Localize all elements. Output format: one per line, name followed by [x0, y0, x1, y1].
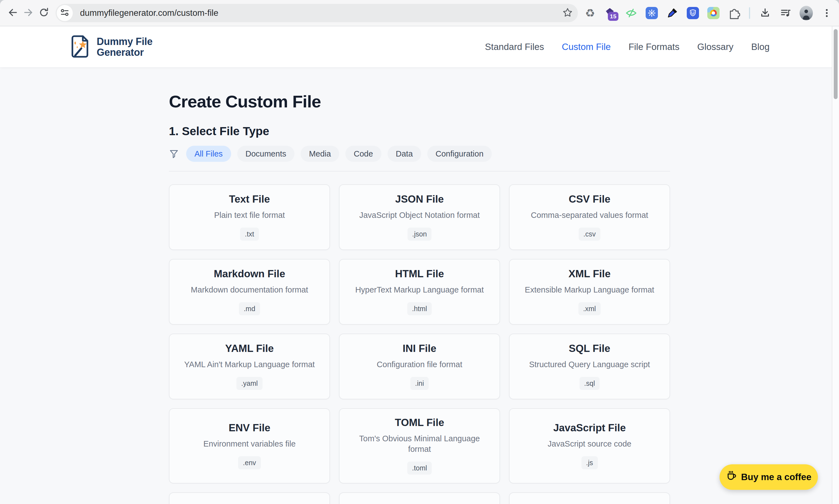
card-description: JavaScript Object Notation format	[359, 210, 480, 220]
card-description: JavaScript source code	[548, 438, 631, 449]
avatar	[800, 6, 813, 20]
card-html-file[interactable]: HTML File HyperText Markup Language form…	[339, 259, 500, 325]
nav-standard-files[interactable]: Standard Files	[485, 42, 544, 52]
eyedropper-extension-icon[interactable]	[666, 6, 679, 20]
back-button[interactable]	[5, 5, 20, 21]
card-ini-file[interactable]: INI File Configuration file format .ini	[339, 334, 500, 399]
card-json-file[interactable]: JSON File JavaScript Object Notation for…	[339, 184, 500, 250]
card-extension-badge: .txt	[240, 228, 259, 240]
section-divider	[169, 171, 670, 172]
filter-row: All Files Documents Media Code Data Conf…	[169, 146, 670, 162]
page-scrollbar[interactable]	[832, 26, 839, 504]
card-extension-badge: .csv	[579, 228, 600, 240]
filter-data[interactable]: Data	[388, 146, 421, 162]
card-extension-badge: .json	[408, 228, 432, 240]
card-partial[interactable]	[509, 492, 670, 504]
card-description: Tom's Obvious Minimal Language format	[349, 433, 490, 454]
card-toml-file[interactable]: TOML File Tom's Obvious Minimal Language…	[339, 408, 500, 484]
card-markdown-file[interactable]: Markdown File Markdown documentation for…	[169, 259, 330, 325]
forward-button[interactable]	[20, 5, 36, 21]
card-description: Environment variables file	[203, 438, 296, 449]
url-bar[interactable]: dummyfilegenerator.com/custom-file	[55, 4, 578, 22]
filter-configuration[interactable]: Configuration	[427, 146, 492, 162]
card-yaml-file[interactable]: YAML File YAML Ain't Markup Language for…	[169, 334, 330, 399]
site-controls-button[interactable]	[57, 5, 73, 21]
filter-code[interactable]: Code	[345, 146, 381, 162]
reload-icon	[38, 7, 49, 19]
section-title: 1. Select File Type	[169, 125, 670, 138]
card-env-file[interactable]: ENV File Environment variables file .env	[169, 408, 330, 484]
kebab-menu-icon	[821, 7, 832, 19]
extension-area: ♻ 15	[583, 6, 834, 20]
card-title: ENV File	[229, 422, 270, 433]
card-partial[interactable]	[339, 492, 500, 504]
card-description: Markdown documentation format	[191, 285, 308, 295]
site-nav: Standard Files Custom File File Formats …	[485, 42, 770, 52]
card-description: Extensible Markup Language format	[525, 285, 654, 295]
main-content: Create Custom File 1. Select File Type A…	[169, 92, 670, 504]
card-partial[interactable]	[169, 492, 330, 504]
map-extension-icon[interactable]	[707, 6, 720, 20]
scrollbar-thumb[interactable]	[834, 29, 838, 99]
filter-documents[interactable]: Documents	[237, 146, 295, 162]
playlist-button[interactable]	[779, 6, 792, 20]
card-title: XML File	[568, 268, 610, 280]
browser-menu-button[interactable]	[820, 6, 834, 20]
card-extension-badge: .js	[581, 456, 598, 469]
filter-all-files[interactable]: All Files	[186, 146, 231, 162]
file-type-grid: Text File Plain text file format .txt JS…	[169, 184, 670, 504]
card-title: JavaScript File	[553, 422, 626, 433]
card-extension-badge: .sql	[580, 377, 600, 390]
tune-icon	[60, 8, 69, 18]
site-logo[interactable]: Dummy File Generator	[69, 34, 153, 60]
nav-blog[interactable]: Blog	[751, 42, 770, 52]
recycle-extension-icon[interactable]: ♻	[583, 6, 597, 20]
forward-icon	[23, 7, 34, 19]
card-extension-badge: .md	[239, 302, 260, 315]
card-description: HyperText Markup Language format	[355, 285, 484, 295]
browser-chrome: dummyfilegenerator.com/custom-file ♻ 15	[0, 0, 839, 26]
card-extension-badge: .yaml	[236, 377, 262, 390]
card-description: YAML Ain't Markup Language format	[184, 359, 315, 370]
snowflake-extension-icon[interactable]	[645, 6, 658, 20]
card-javascript-file[interactable]: JavaScript File JavaScript source code .…	[509, 408, 670, 484]
card-title: CSV File	[569, 194, 610, 205]
page-title: Create Custom File	[169, 92, 670, 111]
card-extension-badge: .env	[238, 456, 261, 469]
nav-glossary[interactable]: Glossary	[697, 42, 733, 52]
card-description: Plain text file format	[214, 210, 285, 220]
card-xml-file[interactable]: XML File Extensible Markup Language form…	[509, 259, 670, 325]
toolbar-separator	[749, 7, 750, 19]
card-title: Text File	[229, 194, 270, 205]
buy-me-a-coffee-label: Buy me a coffee	[741, 472, 811, 482]
card-text-file[interactable]: Text File Plain text file format .txt	[169, 184, 330, 250]
card-csv-file[interactable]: CSV File Comma-separated values format .…	[509, 184, 670, 250]
filter-media[interactable]: Media	[301, 146, 339, 162]
site-header: Dummy File Generator Standard Files Cust…	[0, 26, 839, 67]
card-title: SQL File	[569, 343, 610, 354]
card-title: TOML File	[395, 417, 444, 428]
reload-button[interactable]	[36, 5, 52, 21]
card-sql-file[interactable]: SQL File Structured Query Language scrip…	[509, 334, 670, 399]
downloads-button[interactable]	[758, 6, 772, 20]
buy-me-a-coffee-button[interactable]: Buy me a coffee	[720, 464, 818, 490]
url-text[interactable]: dummyfilegenerator.com/custom-file	[80, 8, 562, 18]
card-extension-badge: .html	[407, 302, 432, 315]
extensions-puzzle-icon[interactable]	[727, 6, 741, 20]
back-icon	[7, 7, 18, 19]
card-title: INI File	[403, 343, 436, 354]
card-title: HTML File	[395, 268, 444, 280]
nav-file-formats[interactable]: File Formats	[629, 42, 679, 52]
nav-custom-file[interactable]: Custom File	[562, 42, 611, 52]
bookmark-star-icon[interactable]	[562, 7, 573, 19]
shield-extension-icon[interactable]	[686, 6, 700, 20]
profile-avatar[interactable]	[800, 6, 813, 20]
eye-slash-extension-icon[interactable]	[624, 6, 638, 20]
card-extension-badge: .toml	[407, 462, 432, 474]
card-description: Configuration file format	[377, 359, 462, 370]
gem-extension-icon[interactable]: 15	[604, 6, 617, 20]
card-title: JSON File	[395, 194, 444, 205]
card-extension-badge: .xml	[578, 302, 601, 315]
card-title: Markdown File	[214, 268, 285, 280]
logo-icon	[69, 34, 91, 60]
